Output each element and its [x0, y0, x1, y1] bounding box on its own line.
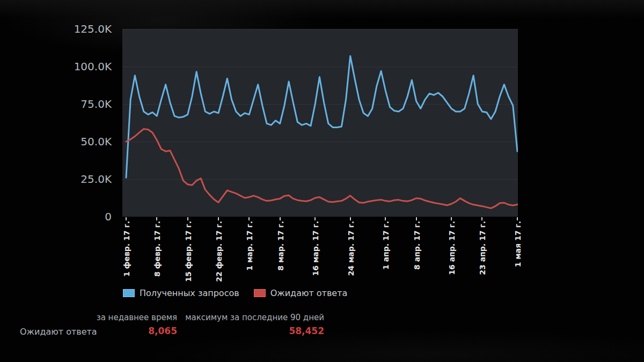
x-axis-label-1: 1 февр. 17 г.	[122, 221, 131, 283]
x-axis-tick	[314, 217, 316, 220]
x-axis-tick	[481, 217, 482, 220]
stats-header-max90: максимум за последние 90 дней	[185, 313, 324, 322]
stats-value-recent: 8,065	[148, 326, 177, 336]
x-axis-label-6: 8 мар. 17 г.	[276, 221, 286, 283]
legend-swatch-blue-icon	[123, 289, 135, 297]
support-stats-page: 025.0K50.0K75.0K100.0K125.0K 1 февр. 17 …	[0, 0, 644, 362]
y-axis-label-75.0K: 75.0K	[0, 98, 117, 110]
y-axis-label-25.0K: 25.0K	[0, 173, 117, 186]
legend-label-received: Полученных запросов	[140, 288, 239, 298]
legend-label-awaiting: Ожидают ответа	[270, 288, 348, 298]
legend-item-received: Полученных запросов	[123, 288, 239, 298]
x-axis-label-3: 15 февр. 17 г.	[184, 221, 193, 283]
x-axis-label-8: 24 мар. 17 г.	[346, 221, 356, 283]
x-axis-tick	[280, 217, 281, 220]
plot-background	[122, 29, 518, 217]
x-axis-tick	[385, 217, 386, 220]
plot-svg	[122, 29, 518, 217]
x-axis-tick	[218, 217, 219, 220]
x-axis-label-4: 22 февр. 17 г.	[214, 221, 224, 283]
x-axis-label-9: 1 апр. 17 г.	[381, 221, 391, 283]
x-axis-tick	[451, 217, 452, 220]
y-axis-label-100.0K: 100.0K	[0, 60, 117, 73]
chart-legend: Полученных запросов Ожидают ответа	[123, 288, 347, 298]
x-axis-tick	[126, 217, 127, 220]
stats-row-label: Ожидают ответа	[20, 327, 97, 337]
stats-header-recent: за недавнее время	[97, 313, 177, 322]
x-axis-label-11: 16 апр. 17 г.	[447, 221, 457, 283]
x-axis-tick	[517, 217, 518, 220]
x-axis-tick	[156, 217, 157, 220]
y-axis-label-125.0K: 125.0K	[0, 23, 117, 35]
x-axis-label-2: 8 февр. 17 г.	[152, 221, 162, 283]
x-axis-tick	[248, 217, 250, 220]
legend-item-awaiting: Ожидают ответа	[254, 288, 348, 298]
x-axis-label-12: 23 апр. 17 г.	[478, 221, 487, 283]
x-axis-tick	[187, 217, 188, 220]
stats-value-max90: 58,452	[289, 326, 324, 336]
x-axis-label-10: 8 апр. 17 г.	[412, 221, 422, 283]
chart-plot-area	[122, 29, 518, 217]
stats-table: за недавнее время максимум за последние …	[0, 313, 324, 339]
x-axis-label-13: 1 мая 17 г.	[513, 221, 523, 283]
y-axis-label-0: 0	[0, 210, 117, 223]
x-axis-label-5: 1 мар. 17 г.	[245, 221, 254, 283]
x-axis-tick	[350, 217, 351, 220]
legend-swatch-red-icon	[254, 289, 266, 297]
y-axis-label-50.0K: 50.0K	[0, 135, 117, 148]
x-axis-tick	[416, 217, 417, 220]
x-axis-label-7: 16 мар. 17 г.	[311, 221, 320, 283]
